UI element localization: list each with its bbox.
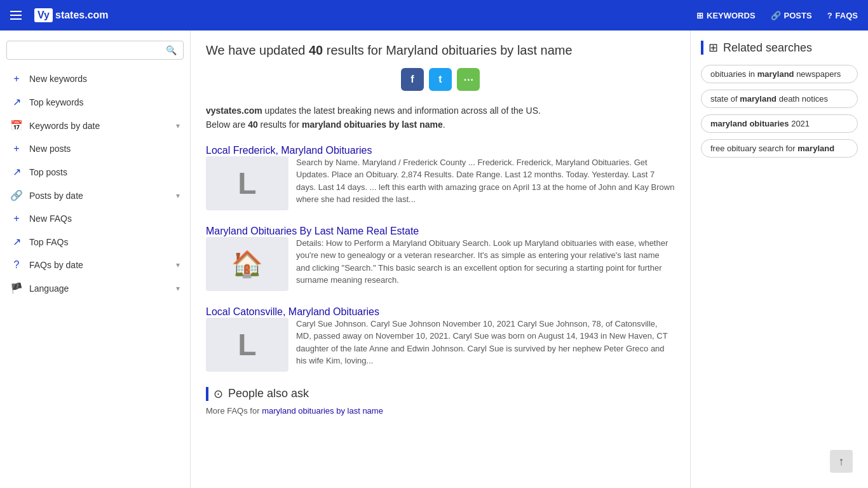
social-buttons: f t ⋯ — [206, 68, 675, 91]
result-card: Local Frederick, Maryland Obituaries L S… — [206, 145, 675, 210]
chevron-down-icon: ▾ — [176, 121, 180, 130]
logo-text: states.com — [55, 10, 109, 21]
sidebar-item-language[interactable]: 🏴 Language ▾ — [0, 276, 190, 300]
result-body-3: L Caryl Sue Johnson. Caryl Sue Johnson N… — [206, 318, 675, 372]
result-title-3[interactable]: Local Catonsville, Maryland Obituaries — [206, 306, 379, 317]
nav-keywords[interactable]: ⊞ KEYWORDS — [696, 11, 756, 20]
twitter-icon: t — [438, 74, 442, 85]
sidebar-item-label: New posts — [29, 144, 180, 154]
sidebar-item-label: Top FAQs — [29, 237, 180, 247]
twitter-share-button[interactable]: t — [429, 68, 452, 91]
share-button[interactable]: ⋯ — [457, 68, 480, 91]
result-body-2: 🏠 Details: How to Perform a Maryland Obi… — [206, 237, 675, 291]
arrow-up-icon: ↑ — [839, 455, 844, 468]
house-icon: 🏠 — [231, 249, 263, 279]
sidebar-item-label: New FAQs — [29, 214, 180, 224]
thumb-letter-icon: L — [238, 327, 256, 362]
link-icon: 🔗 — [10, 189, 23, 201]
result-description-3: Caryl Sue Johnson. Caryl Sue Johnson Nov… — [296, 318, 675, 372]
sidebar-item-top-keywords[interactable]: ↗ Top keywords — [0, 90, 190, 114]
share-icon: ⋯ — [463, 74, 473, 86]
trending-up-icon: ↗ — [10, 236, 23, 248]
intro-text-1: updates the latest breaking news and inf… — [265, 105, 541, 116]
result-description-1: Search by Name. Maryland / Frederick Cou… — [296, 156, 675, 210]
people-ask-title: People also ask — [228, 387, 309, 400]
result-description-2: Details: How to Perform a Maryland Obitu… — [296, 237, 675, 291]
facebook-icon: f — [410, 74, 414, 85]
sidebar-item-keywords-by-date[interactable]: 📅 Keywords by date ▾ — [0, 114, 190, 137]
nav-faqs[interactable]: ? FAQS — [827, 11, 858, 20]
sidebar-item-top-faqs[interactable]: ↗ Top FAQs — [0, 230, 190, 254]
sidebar-item-label: Top posts — [29, 167, 180, 177]
result-title-1[interactable]: Local Frederick, Maryland Obituaries — [206, 145, 372, 156]
people-also-ask: ⊙ People also ask More FAQs for maryland… — [206, 387, 675, 416]
hamburger-menu[interactable] — [10, 11, 22, 20]
faqs-icon: ? — [827, 11, 832, 20]
result-card: Maryland Obituaries By Last Name Real Es… — [206, 226, 675, 291]
sidebar-item-posts-by-date[interactable]: 🔗 Posts by date ▾ — [0, 184, 190, 207]
related-header-label: Related searches — [723, 41, 812, 55]
related-item-2[interactable]: state of maryland death notices — [701, 90, 858, 108]
intro-results-text: results for — [258, 119, 302, 130]
nav-keywords-label: KEYWORDS — [707, 11, 756, 20]
sidebar-item-label: New keywords — [29, 74, 180, 84]
intro-below-text: Below are — [206, 119, 248, 130]
plus-icon: + — [10, 213, 23, 224]
people-ask-sub: More FAQs for maryland obituaries by las… — [206, 406, 675, 416]
facebook-share-button[interactable]: f — [401, 68, 424, 91]
sidebar-item-faqs-by-date[interactable]: ? FAQs by date ▾ — [0, 254, 190, 276]
sidebar: maryland obituaries by last name 🔍 + New… — [0, 30, 191, 488]
related-item-3[interactable]: maryland obituaries 2021 — [701, 114, 858, 133]
result-thumbnail-2: 🏠 — [206, 237, 288, 291]
result-thumbnail-3: L — [206, 318, 288, 372]
sidebar-item-label: Top keywords — [29, 97, 180, 107]
plus-icon: + — [10, 143, 23, 154]
sidebar-item-label: FAQs by date — [29, 260, 170, 270]
sidebar-item-label: Keywords by date — [29, 121, 170, 131]
intro-keyword: maryland obituaries by last name — [302, 119, 443, 130]
header: Vy states.com ⊞ KEYWORDS 🔗 POSTS ? FAQS — [0, 0, 868, 30]
related-item-4[interactable]: free obituary search for maryland — [701, 139, 858, 158]
search-icon[interactable]: 🔍 — [166, 45, 177, 55]
related-item-1[interactable]: obituaries in maryland newspapers — [701, 65, 858, 83]
nav-posts-label: POSTS — [784, 11, 812, 20]
main-content: We have updated 40 results for Maryland … — [191, 30, 690, 488]
chevron-down-icon: ▾ — [176, 284, 180, 293]
people-ask-keyword-link[interactable]: maryland obituaries by last name — [262, 406, 383, 416]
intro-count: 40 — [248, 119, 258, 130]
search-input[interactable]: maryland obituaries by last name — [13, 45, 166, 55]
question-icon: ? — [10, 259, 23, 271]
sidebar-item-new-keywords[interactable]: + New keywords — [0, 67, 190, 90]
flag-icon: 🏴 — [10, 282, 23, 294]
result-title-2[interactable]: Maryland Obituaries By Last Name Real Es… — [206, 226, 419, 236]
logo[interactable]: Vy states.com — [34, 8, 109, 22]
calendar-icon: 📅 — [10, 119, 23, 132]
trending-up-icon: ↗ — [10, 166, 23, 178]
people-ask-header: ⊙ People also ask — [206, 387, 675, 401]
search-bar-container: maryland obituaries by last name 🔍 — [6, 41, 184, 60]
sidebar-item-new-faqs[interactable]: + New FAQs — [0, 207, 190, 230]
related-icon: ⊞ — [709, 41, 718, 55]
header-nav: ⊞ KEYWORDS 🔗 POSTS ? FAQS — [696, 11, 858, 20]
plus-icon: + — [10, 73, 23, 85]
chevron-down-icon: ▾ — [176, 261, 180, 269]
right-sidebar: ⊞ Related searches obituaries in marylan… — [690, 30, 868, 488]
sidebar-item-label: Language — [29, 283, 170, 294]
layout: maryland obituaries by last name 🔍 + New… — [0, 30, 868, 488]
thumb-letter-icon: L — [238, 166, 256, 201]
chevron-down-icon: ▾ — [176, 191, 180, 200]
sidebar-item-new-posts[interactable]: + New posts — [0, 137, 190, 160]
result-body-1: L Search by Name. Maryland / Frederick C… — [206, 156, 675, 210]
intro-text: vystates.com updates the latest breaking… — [206, 104, 675, 132]
nav-faqs-label: FAQS — [836, 11, 858, 20]
page-title: We have updated 40 results for Maryland … — [206, 43, 675, 58]
sidebar-item-top-posts[interactable]: ↗ Top posts — [0, 160, 190, 184]
scroll-to-top-button[interactable]: ↑ — [830, 450, 853, 473]
result-card: Local Catonsville, Maryland Obituaries L… — [206, 306, 675, 372]
site-name: vystates.com — [206, 105, 262, 116]
posts-icon: 🔗 — [771, 11, 781, 20]
nav-posts[interactable]: 🔗 POSTS — [771, 11, 812, 20]
trending-up-icon: ↗ — [10, 96, 23, 108]
people-ask-icon: ⊙ — [214, 387, 223, 401]
people-ask-sub-text: More FAQs for — [206, 406, 262, 416]
